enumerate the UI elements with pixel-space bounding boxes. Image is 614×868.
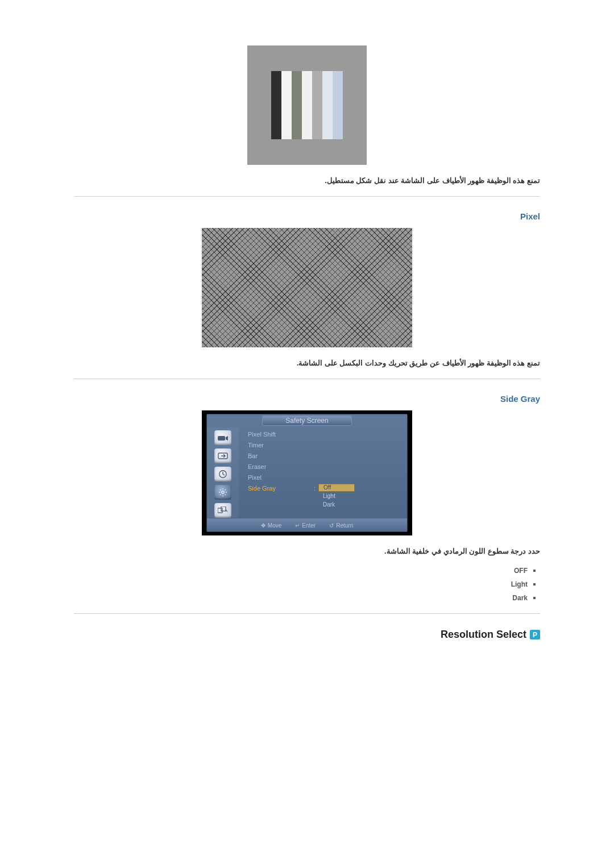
bar-1 <box>281 71 292 139</box>
separator <box>74 196 540 197</box>
enter-icon: ↵ <box>295 522 300 529</box>
camera-icon <box>214 430 231 445</box>
osd-menu-item: Pixel Shift <box>248 430 276 439</box>
separator <box>74 613 540 614</box>
bar-description: تمنع هذه الوظيفة ظهور الأطياف على الشاشة… <box>74 176 540 185</box>
osd-sidebar <box>207 427 239 518</box>
osd-title-label: Safety Screen <box>262 416 351 426</box>
option-row: OFF <box>74 567 536 575</box>
resolution-select-heading: P Resolution Select <box>74 629 540 641</box>
bar-3 <box>302 71 312 139</box>
option-label: Light <box>511 580 528 588</box>
figure-osd: Safety Screen <box>74 410 540 535</box>
osd-title-row: Safety Screen <box>207 415 407 426</box>
separator <box>74 379 540 379</box>
clock-icon <box>214 467 231 481</box>
gear-icon <box>214 485 231 500</box>
figure-pixel <box>74 228 540 347</box>
bar-5 <box>322 71 333 139</box>
osd-footer: ✥Move ↵Enter ↺Return <box>207 518 407 531</box>
resolution-select-title: Resolution Select <box>441 629 526 641</box>
sidegray-description: حدد درجة سطوع اللون الرمادي في خلفية الش… <box>74 547 540 555</box>
sidegray-title: Side Gray <box>74 394 540 404</box>
move-icon: ✥ <box>261 522 265 529</box>
osd-menu-item: Eraser <box>248 463 276 471</box>
option-row: Dark <box>74 594 536 602</box>
osd-foot-move: ✥Move <box>261 522 281 529</box>
osd-menu-item: Timer <box>248 441 276 450</box>
osd-foot-return: ↺Return <box>329 522 353 529</box>
svg-point-2 <box>222 491 224 493</box>
multiscreen-icon <box>214 503 231 518</box>
osd-value-selected: Off <box>318 484 355 492</box>
svg-rect-4 <box>221 506 226 511</box>
option-row: Light <box>74 580 536 588</box>
osd-menu-item-selected: Side Gray <box>248 484 276 493</box>
figure-bar <box>74 45 540 165</box>
bullet-icon <box>533 570 536 572</box>
sidegray-options: OFF Light Dark <box>74 567 536 602</box>
pixel-title: Pixel <box>74 211 540 221</box>
bar-6 <box>333 71 343 139</box>
osd-value: Light <box>318 492 354 500</box>
bar-0 <box>271 71 281 139</box>
bar-2 <box>292 71 302 139</box>
osd-wrap: Safety Screen <box>202 410 412 535</box>
bar-stripes <box>271 71 343 139</box>
osd-menu-item: Pixel <box>248 474 276 482</box>
svg-rect-3 <box>218 508 222 513</box>
osd-panel: Safety Screen <box>206 414 408 532</box>
osd-menu: Pixel Shift Timer Bar Eraser Pixel Side … <box>248 430 276 493</box>
bar-4 <box>312 71 322 139</box>
bullet-icon <box>533 583 536 585</box>
option-label: OFF <box>514 567 528 575</box>
option-label: Dark <box>512 594 528 602</box>
osd-value: Dark <box>318 501 354 509</box>
p-badge-icon: P <box>530 630 540 639</box>
figure-pixel-box <box>202 228 412 347</box>
osd-colon: : <box>314 485 316 492</box>
osd-values: Off Light Dark <box>318 484 355 509</box>
input-icon <box>214 448 231 463</box>
return-icon: ↺ <box>329 522 334 529</box>
osd-foot-enter: ↵Enter <box>295 522 316 529</box>
figure-bar-box <box>247 45 367 165</box>
osd-menu-item: Bar <box>248 452 276 460</box>
pixel-description: تمنع هذه الوظيفة ظهور الأطياف عن طريق تح… <box>74 359 540 367</box>
bullet-icon <box>533 597 536 599</box>
